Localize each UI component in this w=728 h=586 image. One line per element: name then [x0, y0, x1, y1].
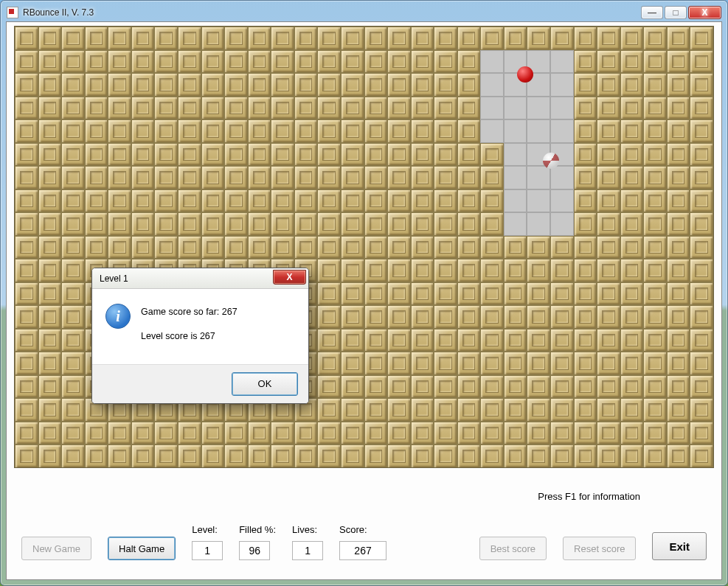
reset-score-button[interactable]: Reset score [563, 537, 636, 560]
grid-tile [667, 282, 690, 306]
grid-tile [504, 305, 527, 329]
grid-tile [364, 119, 388, 143]
grid-tile [527, 27, 550, 50]
grid-tile [643, 143, 667, 167]
grid-tile [504, 27, 527, 50]
minimize-button[interactable]: — [641, 6, 663, 19]
grid-tile [271, 212, 294, 236]
grid-tile [620, 212, 644, 236]
grid-tile [248, 143, 271, 167]
grid-tile [667, 236, 690, 259]
grid-tile [271, 143, 294, 167]
grid-tile [667, 259, 690, 282]
grid-tile [178, 143, 201, 167]
grid-tile [387, 212, 411, 236]
exit-button[interactable]: Exit [652, 532, 707, 560]
grid-tile [387, 50, 411, 74]
grid-tile [457, 259, 481, 282]
grid-tile [667, 143, 690, 167]
grid-tile [154, 73, 178, 97]
grid-tile [550, 166, 574, 189]
close-button[interactable]: X [688, 6, 721, 19]
grid-tile [341, 375, 364, 399]
grid-tile [61, 375, 85, 399]
grid-tile [364, 444, 388, 468]
grid-tile [597, 97, 620, 120]
grid-tile [574, 422, 597, 445]
grid-tile [248, 422, 271, 445]
grid-tile [574, 375, 597, 399]
grid-tile [434, 189, 457, 213]
grid-tile [620, 329, 644, 352]
grid-tile [317, 27, 341, 50]
grid-tile [201, 166, 225, 189]
titlebar[interactable]: RBounce II, V. 7.3 — □ X [5, 5, 723, 21]
grid-tile [550, 259, 574, 282]
grid-tile [15, 143, 38, 167]
grid-tile [643, 375, 667, 399]
grid-tile [480, 375, 504, 399]
grid-tile [271, 73, 294, 97]
grid-tile [108, 27, 131, 50]
best-score-button[interactable]: Best score [479, 537, 547, 560]
grid-tile [108, 189, 131, 213]
dialog-body: i Game score so far: 267 Level score is … [92, 289, 308, 364]
caption-buttons: — □ X [641, 6, 721, 19]
grid-tile [527, 259, 550, 282]
dialog-close-button[interactable]: X [273, 270, 306, 285]
grid-tile [178, 166, 201, 189]
grid-tile [643, 189, 667, 213]
halt-game-button[interactable]: Halt Game [108, 537, 176, 560]
grid-tile [364, 236, 388, 259]
dialog-line1: Game score so far: 267 [141, 305, 238, 319]
grid-tile [411, 166, 434, 189]
grid-tile [271, 166, 294, 189]
grid-tile [341, 27, 364, 50]
filled-label: Filled %: [239, 524, 276, 535]
grid-tile [131, 189, 155, 213]
grid-tile [15, 305, 38, 329]
grid-tile [411, 398, 434, 422]
grid-tile [643, 27, 667, 50]
grid-tile [643, 444, 667, 468]
dialog-titlebar[interactable]: Level 1 X [92, 268, 308, 289]
grid-tile [411, 259, 434, 282]
grid-tile [643, 236, 667, 259]
grid-tile [597, 422, 620, 445]
grid-tile [317, 398, 341, 422]
grid-tile [201, 143, 225, 167]
client-area: Press F1 for information New Game Halt G… [6, 21, 722, 580]
grid-tile [457, 282, 481, 306]
grid-tile [434, 119, 457, 143]
grid-tile [178, 189, 201, 213]
grid-tile [597, 236, 620, 259]
grid-tile [667, 212, 690, 236]
grid-tile [178, 444, 201, 468]
grid-tile [131, 236, 155, 259]
grid-tile [154, 166, 178, 189]
grid-tile [364, 305, 388, 329]
score-label: Score: [339, 524, 367, 535]
grid-tile [690, 422, 713, 445]
grid-tile [574, 189, 597, 213]
grid-tile [434, 282, 457, 306]
grid-tile [574, 27, 597, 50]
grid-tile [597, 27, 620, 50]
grid-tile [85, 189, 108, 213]
grid-tile [201, 189, 225, 213]
grid-tile [294, 50, 318, 74]
grid-tile [434, 97, 457, 120]
grid-tile [61, 143, 85, 167]
dialog-ok-button[interactable]: OK [232, 372, 298, 396]
maximize-button[interactable]: □ [665, 6, 687, 19]
grid-tile [667, 398, 690, 422]
new-game-button[interactable]: New Game [21, 537, 91, 560]
grid-tile [131, 166, 155, 189]
grid-tile [294, 444, 318, 468]
grid-tile [317, 329, 341, 352]
grid-tile [15, 422, 38, 445]
grid-tile [108, 119, 131, 143]
grid-tile [248, 119, 271, 143]
grid-tile [294, 119, 318, 143]
grid-tile [457, 236, 481, 259]
